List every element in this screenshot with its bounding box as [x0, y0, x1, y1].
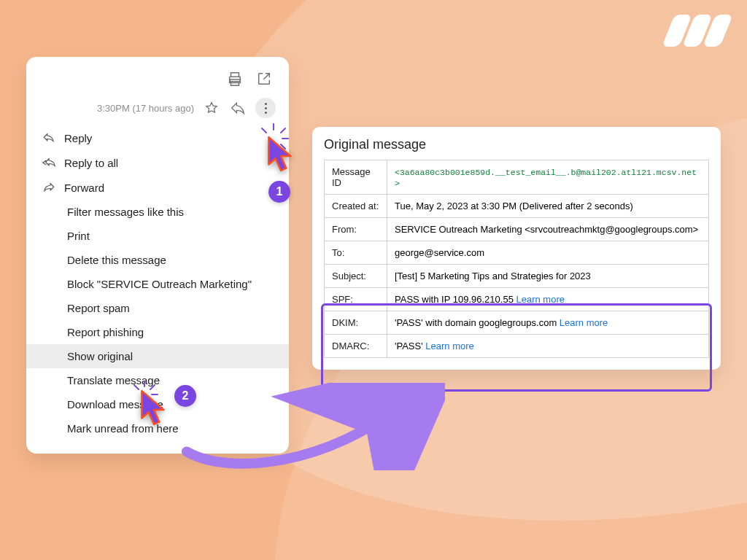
value-spf: PASS with IP 109.96.210.55 [395, 294, 516, 305]
menu-translate[interactable]: Translate message [26, 368, 289, 392]
menu-block[interactable]: Block "SERVICE Outreach Marketing" [26, 272, 289, 296]
label-from: From: [325, 218, 387, 241]
panel-title: Original message [324, 137, 709, 152]
value-from: SERVICE Outreach Marketing <srvcoutreach… [387, 218, 709, 241]
menu-label: Filter messages like this [67, 206, 184, 218]
row-dmarc: DMARC: 'PASS' Learn more [325, 335, 709, 358]
label-subject: Subject: [325, 265, 387, 288]
menu-label: Download message [67, 398, 163, 411]
menu-reply[interactable]: Reply [26, 125, 289, 150]
reply-icon [42, 131, 55, 144]
learn-more-link[interactable]: Learn more [425, 341, 473, 351]
value-to: george@service.com [387, 241, 709, 265]
label-dmarc: DMARC: [325, 335, 387, 358]
open-new-window-icon[interactable] [255, 70, 273, 88]
menu-label: Report spam [67, 302, 130, 314]
email-meta-row: 3:30PM (17 hours ago) [26, 95, 289, 124]
print-icon[interactable] [226, 70, 244, 88]
menu-label: Mark unread from here [67, 422, 179, 435]
menu-reply-all[interactable]: Reply to all [26, 150, 289, 175]
menu-report-phishing[interactable]: Report phishing [26, 320, 289, 344]
badge-label: 2 [182, 389, 189, 402]
menu-label: Report phishing [67, 326, 144, 338]
menu-label: Print [67, 230, 90, 242]
email-toolbar [26, 67, 289, 95]
row-created-at: Created at: Tue, May 2, 2023 at 3:30 PM … [325, 195, 709, 218]
step-badge-1: 1 [268, 181, 290, 203]
row-message-id: Message ID <3a6aa80c3b001e859d.__test_em… [325, 160, 709, 195]
menu-delete[interactable]: Delete this message [26, 248, 289, 272]
menu-label: Forward [64, 182, 104, 194]
menu-filter[interactable]: Filter messages like this [26, 200, 289, 224]
label-created-at: Created at: [325, 195, 387, 218]
label-message-id: Message ID [325, 160, 387, 195]
menu-label: Reply [64, 132, 92, 144]
reply-all-icon [42, 156, 55, 169]
more-actions-button[interactable] [255, 98, 276, 118]
value-created-at: Tue, May 2, 2023 at 3:30 PM (Delivered a… [387, 195, 709, 218]
menu-mark-unread[interactable]: Mark unread from here [26, 416, 289, 440]
value-subject: [Test] 5 Marketing Tips and Strategies f… [387, 265, 709, 288]
row-spf: SPF: PASS with IP 109.96.210.55 Learn mo… [325, 288, 709, 311]
row-subject: Subject: [Test] 5 Marketing Tips and Str… [325, 265, 709, 288]
label-spf: SPF: [325, 288, 387, 311]
email-time-label: 3:30PM (17 hours ago) [97, 103, 194, 114]
menu-label: Reply to all [64, 157, 118, 169]
label-to: To: [325, 241, 387, 265]
star-icon[interactable] [203, 99, 220, 117]
menu-print[interactable]: Print [26, 224, 289, 248]
forward-icon [42, 181, 55, 194]
menu-label: Translate message [67, 374, 160, 386]
step-badge-2: 2 [174, 385, 196, 407]
menu-label: Block "SERVICE Outreach Marketing" [67, 278, 252, 290]
value-message-id: <3a6aa80c3b001e859d.__test_email__.b@mai… [395, 168, 697, 188]
menu-download[interactable]: Download message [26, 392, 289, 416]
original-message-panel: Original message Message ID <3a6aa80c3b0… [312, 127, 721, 370]
learn-more-link[interactable]: Learn more [560, 317, 608, 328]
label-dkim: DKIM: [325, 311, 387, 335]
row-from: From: SERVICE Outreach Marketing <srvcou… [325, 218, 709, 241]
learn-more-link[interactable]: Learn more [516, 294, 564, 305]
menu-forward[interactable]: Forward [26, 175, 289, 200]
menu-label: Delete this message [67, 254, 166, 266]
brand-logo [668, 15, 727, 47]
badge-label: 1 [276, 185, 283, 198]
actions-menu: Reply Reply to all Forward Filter messag… [26, 124, 289, 442]
value-dkim: 'PASS' with domain googlegroups.com [395, 317, 560, 328]
row-to: To: george@service.com [325, 241, 709, 265]
menu-report-spam[interactable]: Report spam [26, 296, 289, 320]
menu-show-original[interactable]: Show original [26, 344, 289, 368]
reply-icon[interactable] [229, 99, 247, 117]
email-actions-panel: 3:30PM (17 hours ago) Reply Reply to all [26, 57, 289, 454]
value-dmarc: 'PASS' [395, 341, 425, 351]
menu-label: Show original [67, 350, 133, 362]
row-dkim: DKIM: 'PASS' with domain googlegroups.co… [325, 311, 709, 335]
headers-table: Message ID <3a6aa80c3b001e859d.__test_em… [324, 160, 709, 358]
